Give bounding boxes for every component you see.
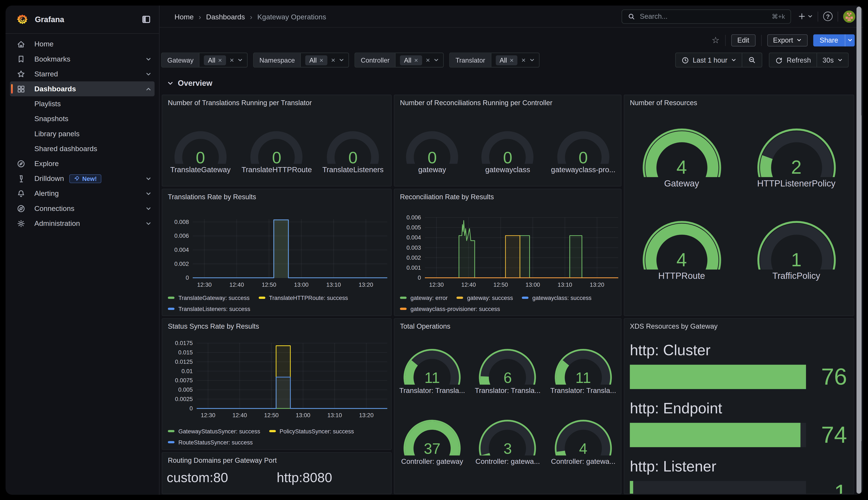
search-icon xyxy=(628,12,635,20)
sidebar-item-drilldown[interactable]: DrilldownNew! xyxy=(10,171,155,186)
refresh-interval-dropdown[interactable]: 30s xyxy=(817,53,848,67)
clear-filter-icon[interactable]: × xyxy=(521,56,526,64)
y-tick-label: 0 xyxy=(186,274,189,281)
filter-chevron[interactable] xyxy=(339,57,344,62)
filter-value-pill[interactable]: All× xyxy=(305,55,327,65)
legend-swatch xyxy=(258,296,265,298)
filter-value: All xyxy=(500,56,507,64)
add-button[interactable] xyxy=(798,12,813,21)
sidebar-item-chevron[interactable] xyxy=(146,71,151,77)
x-tick-label: 13:10 xyxy=(326,281,341,288)
sidebar-item-home[interactable]: Home xyxy=(10,37,155,52)
x-tick-label: 12:40 xyxy=(230,281,244,288)
new-badge: New! xyxy=(69,174,101,183)
y-tick-label: 0.005 xyxy=(407,224,421,231)
star-icon xyxy=(16,69,25,78)
zoom-out-button[interactable] xyxy=(742,53,762,67)
legend-item[interactable]: gatewayclass: success xyxy=(522,292,591,303)
legend-item[interactable]: RouteStatusSyncer: success xyxy=(168,436,253,447)
grafana-logo-icon xyxy=(16,14,28,25)
filter-namespace[interactable]: NamespaceAll×× xyxy=(253,53,349,67)
bar-track xyxy=(630,365,806,389)
sidebar-item-chevron[interactable] xyxy=(146,176,151,181)
sidebar-item-chevron[interactable] xyxy=(146,86,151,92)
sidebar-subitem-snapshots[interactable]: Snapshots xyxy=(10,111,155,126)
refresh-button[interactable]: Refresh xyxy=(770,53,816,67)
sidebar-item-chevron[interactable] xyxy=(146,191,151,196)
filter-translator[interactable]: TranslatorAll×× xyxy=(449,53,539,67)
time-controls: Last 1 hour Refresh 30s xyxy=(675,53,849,67)
gauge-label: Controller: gateway xyxy=(401,457,463,466)
grafana-app: Grafana HomeBookmarksStarredDashboardsPl… xyxy=(5,5,863,495)
sidebar-item-chevron[interactable] xyxy=(146,220,151,226)
bar-track xyxy=(630,423,806,447)
gauge-label: Translator: Transla... xyxy=(399,386,465,395)
share-button[interactable]: Share xyxy=(813,34,855,46)
legend-item[interactable]: gateway: error xyxy=(400,292,448,303)
remove-value-icon[interactable]: × xyxy=(218,57,222,64)
export-button[interactable]: Export xyxy=(767,34,808,46)
legend-item[interactable]: TranslateListeners: success xyxy=(168,303,251,314)
clear-filter-icon[interactable]: × xyxy=(230,56,234,64)
filter-value-pill[interactable]: All× xyxy=(204,55,226,65)
time-range-button[interactable]: Last 1 hour xyxy=(676,53,742,67)
favorite-star-button[interactable]: ☆ xyxy=(712,35,720,45)
sidebar-subitem-shared-dashboards[interactable]: Shared dashboards xyxy=(10,141,155,156)
filter-value-pill[interactable]: All× xyxy=(400,55,422,65)
filter-controller[interactable]: ControllerAll×× xyxy=(355,53,444,67)
filter-chevron[interactable] xyxy=(530,57,534,62)
help-button[interactable]: ? xyxy=(823,12,833,21)
sidebar-item-alerting[interactable]: Alerting xyxy=(10,186,155,201)
search-placeholder: Search... xyxy=(640,12,668,20)
remove-value-icon[interactable]: × xyxy=(510,57,514,64)
sidebar-item-chevron[interactable] xyxy=(146,56,151,62)
avatar[interactable] xyxy=(843,10,855,22)
chevron-down-icon xyxy=(146,220,151,226)
sidebar-item-explore[interactable]: Explore xyxy=(10,156,155,171)
sidebar-item-bookmarks[interactable]: Bookmarks xyxy=(10,52,155,66)
filter-chevron[interactable] xyxy=(434,57,439,62)
filter-value: All xyxy=(404,56,411,64)
legend-item[interactable]: TranslateGateway: success xyxy=(168,292,250,303)
y-tick-label: 0.004 xyxy=(174,247,189,253)
sidebar-subitem-playlists[interactable]: Playlists xyxy=(10,96,155,111)
legend-item[interactable]: gateway: success xyxy=(457,292,513,303)
sidebar-nav: HomeBookmarksStarredDashboardsPlaylistsS… xyxy=(5,34,159,231)
sidebar-item-starred[interactable]: Starred xyxy=(10,66,155,81)
remove-value-icon[interactable]: × xyxy=(414,57,418,64)
legend-item[interactable]: GatewayStatusSyncer: success xyxy=(168,425,260,436)
bar-label: http: Cluster xyxy=(630,341,848,360)
x-tick-label: 12:50 xyxy=(264,412,278,419)
sidebar-item-administration[interactable]: Administration xyxy=(10,216,155,231)
share-dropdown-button[interactable] xyxy=(845,34,855,46)
filter-label: Controller xyxy=(355,53,396,67)
sidebar-item-chevron[interactable] xyxy=(146,206,151,211)
sidebar-item-dashboards[interactable]: Dashboards xyxy=(10,81,155,96)
gauge-label: Gateway xyxy=(664,179,699,189)
clear-filter-icon[interactable]: × xyxy=(426,56,430,64)
search-input[interactable]: Search... ⌘+k xyxy=(622,9,791,24)
sidebar-toggle-icon[interactable] xyxy=(141,14,151,24)
remove-value-icon[interactable]: × xyxy=(319,57,323,64)
sidebar-item-connections[interactable]: Connections xyxy=(10,201,155,216)
section-header-overview[interactable]: Overview xyxy=(167,79,212,88)
gauge: 11Translator: Transla... xyxy=(397,339,468,395)
x-tick-label: 13:20 xyxy=(590,281,604,288)
filter-gateway[interactable]: GatewayAll×× xyxy=(161,53,248,67)
filter-value-pill[interactable]: All× xyxy=(496,55,518,65)
edit-button[interactable]: Edit xyxy=(731,34,755,46)
breadcrumb-item[interactable]: Home xyxy=(175,13,194,21)
filter-chevron[interactable] xyxy=(238,57,243,62)
gauge: 0gatewayclass-pro... xyxy=(547,121,619,174)
chevron-down-icon xyxy=(146,71,151,77)
gauge: 4HTTPRoute xyxy=(629,207,734,281)
legend-item[interactable]: gatewayclass-provisioner: success xyxy=(400,303,500,314)
clear-filter-icon[interactable]: × xyxy=(331,56,335,64)
legend-label: gatewayclass: success xyxy=(532,294,592,301)
legend-item[interactable]: PolicyStatusSyncer: success xyxy=(269,425,354,436)
sidebar-subitem-library-panels[interactable]: Library panels xyxy=(10,126,155,141)
vertical-scrollbar[interactable] xyxy=(857,7,861,493)
gauge-value: 2 xyxy=(744,157,849,178)
breadcrumb-item[interactable]: Dashboards xyxy=(206,13,245,21)
legend-item[interactable]: TranslateHTTPRoute: success xyxy=(258,292,348,303)
